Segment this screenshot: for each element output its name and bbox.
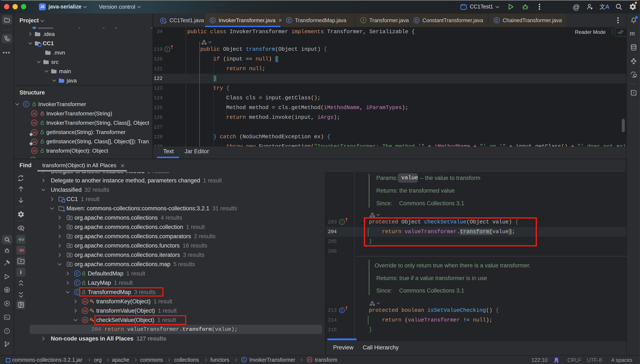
svg-text:A: A — [633, 91, 635, 94]
